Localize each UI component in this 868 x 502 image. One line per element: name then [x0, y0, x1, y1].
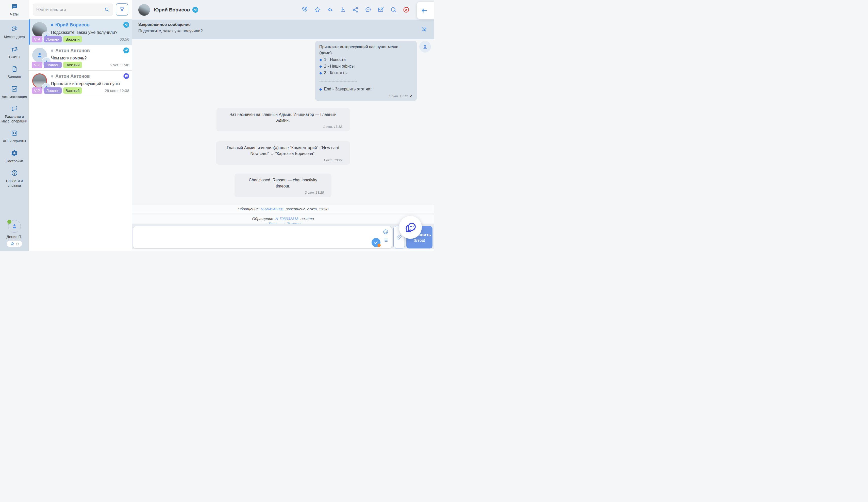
- episode-started-divider: Обращение N-703332318 начато + Теги + Ти…: [132, 215, 434, 223]
- message-time: 1 окт. 13:27: [323, 158, 342, 163]
- current-user[interactable]: Денис П. 0: [0, 220, 29, 251]
- list-item-dialog[interactable]: Антон Антонов Чем могу помочь? VIP Лояле…: [29, 45, 132, 71]
- unread-dot: [51, 24, 53, 26]
- comment-icon[interactable]: [365, 6, 372, 13]
- sidebar-item-tickets[interactable]: Тикеты: [0, 42, 29, 62]
- avatar: [8, 220, 21, 233]
- reply-icon[interactable]: [327, 6, 333, 13]
- emoji-icon[interactable]: [383, 229, 389, 235]
- add-tags-link[interactable]: + Теги: [265, 222, 277, 223]
- filter-button[interactable]: [116, 3, 128, 16]
- tag-badge: Лоялен: [44, 87, 62, 94]
- tag-badge: VIP: [32, 87, 42, 94]
- telegram-icon: [123, 22, 129, 28]
- telegram-icon: [123, 48, 129, 53]
- person-icon: [422, 44, 428, 50]
- read-dot: [51, 75, 53, 78]
- help-icon: [11, 169, 18, 177]
- list-item-dialog[interactable]: Юрий Борисов Подскажите, заказ уже получ…: [29, 19, 132, 45]
- sidebar-item-messenger[interactable]: Мессенджер: [0, 22, 29, 42]
- rating-count: 0: [17, 242, 19, 246]
- download-icon[interactable]: [339, 6, 346, 13]
- dialog-name: Юрий Борисов: [55, 22, 90, 28]
- nav-rail-items: Мессенджер Тикеты Биллинг Автоматизация …: [0, 20, 29, 251]
- menu-option: 2 - Наши офисы: [324, 63, 354, 69]
- message-row: Пришлите интересующий вас пункт меню (де…: [132, 41, 434, 101]
- list-item-dialog[interactable]: Антон Антонов Пришлите интересующий вас …: [29, 71, 132, 96]
- search-icon[interactable]: [390, 6, 397, 13]
- chat-widget-button[interactable]: [399, 216, 422, 239]
- unpin-icon[interactable]: [421, 26, 427, 33]
- selected-indicator: [29, 19, 30, 45]
- notification-dot: [378, 244, 381, 247]
- dialog-time: 6 окт. 11:48: [110, 63, 129, 67]
- system-text: Главный Админ изменил(а) поле "Комментар…: [227, 145, 339, 156]
- livechat-icon: [123, 73, 129, 79]
- tag-badge: VIP: [32, 62, 42, 68]
- episode-id-link[interactable]: N-703332318: [275, 217, 299, 221]
- broadcast-icon: [11, 105, 18, 112]
- episode-id-link[interactable]: N-684946301: [261, 207, 284, 211]
- api-icon: [11, 130, 18, 137]
- dialog-time: 29 сент. 12:38: [105, 88, 129, 93]
- sidebar-item-automation[interactable]: Автоматизация: [0, 82, 29, 102]
- diamond-icon: ◆: [319, 64, 322, 69]
- add-tickets-link[interactable]: + Тикеты: [283, 222, 301, 223]
- sidebar-item-api[interactable]: API и скрипты: [0, 127, 29, 147]
- spellcheck-toggle[interactable]: [372, 238, 381, 247]
- templates-list-icon[interactable]: [383, 238, 388, 243]
- sidebar-item-label: Тикеты: [9, 55, 20, 59]
- mail-check-icon[interactable]: [378, 6, 384, 13]
- operator-avatar: [419, 41, 431, 53]
- sidebar-item-label: Автоматизация: [2, 95, 27, 99]
- avatar[interactable]: [138, 4, 150, 16]
- menu-divider: ----------------------------: [319, 78, 357, 84]
- tag-badge: Лоялен: [44, 62, 62, 68]
- diamond-icon: ◆: [319, 87, 322, 92]
- system-text: Chat closed. Reason — chat inactivity ti…: [249, 178, 317, 188]
- message-row: Чат назначен на Главный Админ. Инициатор…: [132, 108, 434, 131]
- sidebar-item-label: Настройки: [6, 159, 23, 164]
- read-dot: [51, 50, 53, 52]
- sidebar-item-billing[interactable]: Биллинг: [0, 62, 29, 82]
- search-icon[interactable]: [104, 7, 110, 12]
- call-lock-icon[interactable]: [301, 6, 308, 13]
- sidebar-item-help[interactable]: Новости и справка: [0, 167, 29, 191]
- collapse-panel-button[interactable]: [417, 2, 434, 19]
- sidebar-item-label: Мессенджер: [4, 35, 24, 39]
- message-history[interactable]: Пришлите интересующий вас пункт меню (де…: [132, 39, 434, 223]
- composer: Отправить (Ввод): [132, 223, 434, 249]
- rating-badge[interactable]: 0: [7, 241, 22, 247]
- send-hint: (Ввод): [414, 238, 425, 242]
- star-icon[interactable]: [314, 6, 321, 13]
- dialog-name: Антон Антонов: [55, 48, 90, 53]
- sidebar-item-broadcasts[interactable]: Рассылки и масс. операции: [0, 102, 29, 127]
- paperclip-icon: [396, 234, 402, 240]
- arrow-left-icon: [421, 7, 428, 14]
- sidebar-item-chats[interactable]: Чаты: [0, 0, 29, 20]
- menu-option: 1 - Новости: [324, 57, 346, 63]
- sidebar-item-label: Биллинг: [7, 75, 21, 79]
- message-bubble-outgoing[interactable]: Пришлите интересующий вас пункт меню (де…: [315, 41, 417, 101]
- share-icon[interactable]: [352, 6, 359, 13]
- system-message: Чат назначен на Главный Админ. Инициатор…: [217, 108, 350, 131]
- chat-widget-icon: [404, 221, 416, 233]
- sidebar-item-label: Рассылки и масс. операции: [1, 114, 28, 123]
- dialog-preview: Подскажите, заказ уже получили?: [51, 30, 122, 35]
- automation-icon: [11, 86, 18, 92]
- menu-option: 3 - Контакты: [324, 70, 348, 76]
- sidebar-item-settings[interactable]: Настройки: [0, 147, 29, 167]
- system-text: Чат назначен на Главный Админ. Инициатор…: [229, 112, 336, 122]
- pinned-message-bar[interactable]: Закрепленное сообщение Подскажите, заказ…: [132, 20, 434, 39]
- nav-rail: Чаты Мессенджер Тикеты Биллинг Автоматиз…: [0, 0, 29, 251]
- search-input[interactable]: [36, 7, 104, 12]
- message-time: 2 окт. 13:28: [305, 190, 324, 195]
- pinned-label: Закрепленное сообщение: [138, 22, 416, 27]
- dialog-preview: Пришлите интересующий вас пункт ме: [51, 81, 122, 86]
- close-chat-icon[interactable]: [403, 6, 410, 13]
- tag-badge: Лоялен: [44, 36, 62, 42]
- episode-label: Обращение: [252, 217, 273, 221]
- chats-icon: [11, 3, 18, 10]
- dialog-time: 00:56: [120, 37, 129, 41]
- message-input[interactable]: [133, 227, 392, 248]
